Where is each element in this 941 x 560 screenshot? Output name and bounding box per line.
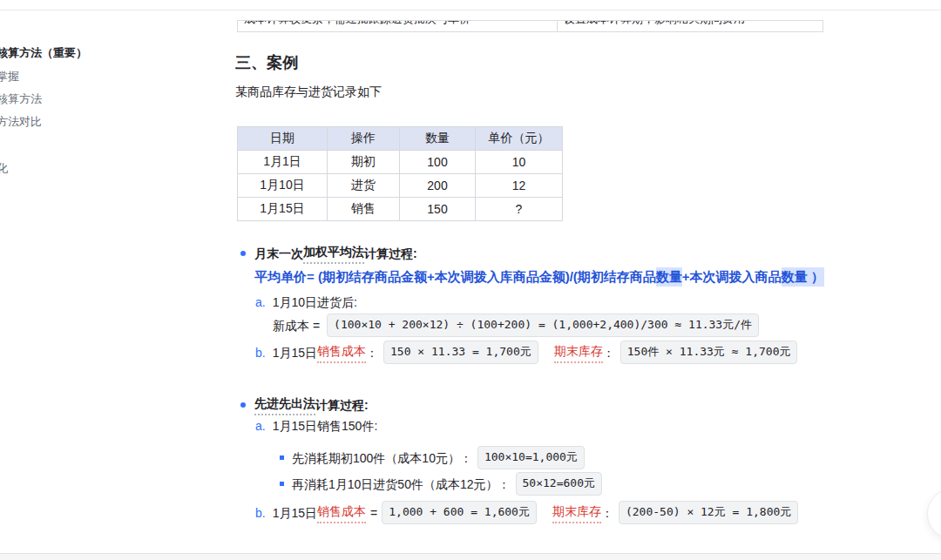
bullet-dot-icon (240, 251, 246, 256)
fifo-step-a-text: 1月15日销售150件: (273, 416, 378, 435)
col-header-op: 操作 (328, 127, 400, 151)
equals-sign: = (370, 503, 377, 523)
colon: ： (601, 503, 613, 523)
glossary-term-ending-inventory[interactable]: 期末库存 (552, 502, 601, 523)
cell-price: 10 (476, 151, 563, 174)
scrolled-table-row: 成本计算较复杂，需逐批跟踪进货批次与单价 设置成本计算期，影响相关期间费用 (237, 20, 823, 32)
toc-item-compare[interactable]: 方法对比 (0, 115, 42, 128)
formula-part: +本次调拨入商品 (682, 267, 782, 287)
table-row: 1月1日 期初 100 10 (238, 151, 563, 174)
fifo-sub2-text: 再消耗1月10日进货50件（成本12元）： (292, 475, 511, 494)
floating-action-button[interactable] (927, 489, 941, 539)
section-heading: 三、案例 (235, 52, 298, 73)
col-header-qty: 数量 (400, 127, 476, 151)
formula-highlight: 数量 ） (782, 267, 824, 287)
inventory-table: 日期 操作 数量 单价（元） 1月1日 期初 100 10 1月10日 进货 2… (237, 126, 563, 221)
inline-code: 1,000 + 600 = 1,600元 (382, 501, 537, 524)
formula-part: 平均单价= (期初结存商品金额+本次调拨入库商品金额)/(期初结存商品 (254, 267, 656, 287)
list-marker-b: b. (255, 503, 266, 523)
list-marker-b: b. (255, 343, 266, 362)
wa-new-cost-line: 新成本 = (100×10 + 200×12) ÷ (100+200) = (1… (273, 314, 759, 337)
glossary-term-cogs[interactable]: 销售成本 (317, 502, 366, 523)
method-title-prefix: 月末一次 (254, 244, 303, 263)
toc-item-accounting[interactable]: 核算方法 (0, 92, 42, 105)
table-row: 1月15日 销售 150 ? (238, 198, 563, 221)
fifo-title-suffix: 计算过程: (315, 395, 369, 415)
glossary-term-weighted-avg[interactable]: 加权平均法 (303, 242, 364, 264)
glossary-term-fifo[interactable]: 先进先出法 (254, 394, 315, 415)
intro-paragraph: 某商品库存与进货记录如下 (235, 83, 382, 100)
col-header-date: 日期 (238, 127, 328, 151)
cell-qty: 200 (400, 174, 476, 198)
formula-highlight: 数量 (656, 267, 682, 287)
toc-item-master[interactable]: 掌握 (0, 70, 19, 83)
list-marker-a: a. (255, 293, 266, 312)
glossary-term-cogs[interactable]: 销售成本 (317, 341, 366, 363)
fifo-sub-item-2: 再消耗1月10日进货50件（成本12元）： 50×12=600元 (280, 472, 602, 496)
toc-item-other[interactable]: 化 (0, 162, 8, 175)
top-divider (0, 10, 941, 10)
wa-step-a-text: 1月10日进货后: (273, 293, 357, 312)
bullet-square-icon (280, 455, 284, 460)
list-marker-a: a. (255, 416, 266, 435)
bullet-square-icon (280, 482, 284, 486)
cell-op: 销售 (328, 198, 400, 221)
cell-qty: 100 (400, 151, 476, 174)
bullet-dot-icon (240, 402, 246, 408)
document-page: 核算方法（重要） 掌握 核算方法 方法对比 化 成本计算较复杂，需逐批跟踪进货批… (0, 0, 941, 560)
cell-date: 1月10日 (238, 174, 328, 198)
fifo-step-b: b. 1月15日销售成本= 1,000 + 600 = 1,600元 期末库存：… (255, 501, 798, 524)
glossary-term-ending-inventory[interactable]: 期末库存 (554, 341, 603, 363)
fifo-sub-item-1: 先消耗期初100件（成本10元）： 100×10=1,000元 (280, 446, 585, 469)
colon: ： (603, 343, 615, 362)
col-header-price: 单价（元） (476, 127, 563, 151)
cell-date: 1月15日 (238, 198, 328, 221)
cell-price: ? (476, 198, 563, 221)
bottom-strip (0, 554, 941, 560)
fifo-sub1-text: 先消耗期初100件（成本10元）： (292, 449, 472, 468)
cell-price: 12 (476, 174, 563, 198)
colon: ： (366, 343, 378, 362)
fifo-step-b-date: 1月15日 (273, 503, 317, 523)
new-cost-label: 新成本 = (273, 316, 320, 335)
cell-date: 1月1日 (238, 151, 328, 174)
inline-code: (200-50) × 12元 = 1,800元 (619, 501, 798, 524)
inline-code: 50×12=600元 (516, 472, 602, 496)
inline-code: 150 × 11.33 = 1,700元 (383, 341, 538, 364)
fifo-step-a: a. 1月15日销售150件: (255, 416, 377, 435)
cell-qty: 150 (400, 198, 476, 221)
wa-step-b: b. 1月15日销售成本： 150 × 11.33 = 1,700元 期末库存：… (255, 341, 797, 364)
table-header-row: 日期 操作 数量 单价（元） (238, 127, 563, 151)
inline-code: 150件 × 11.33元 ≈ 1,700元 (620, 341, 798, 364)
table-row: 1月10日 进货 200 12 (238, 174, 563, 198)
wa-step-a: a. 1月10日进货后: (255, 293, 357, 312)
scrolled-cell-left: 成本计算较复杂，需逐批跟踪进货批次与单价 (238, 21, 558, 31)
method-title-suffix: 计算过程: (364, 244, 417, 263)
toc-item-methods[interactable]: 核算方法（重要） (0, 46, 87, 59)
scrolled-cell-right: 设置成本计算期，影响相关期间费用 (558, 21, 823, 31)
cell-op: 进货 (328, 174, 400, 198)
inline-code: (100×10 + 200×12) ÷ (100+200) = (1,000+2… (327, 314, 759, 337)
cell-op: 期初 (328, 151, 400, 174)
bullet-fifo-title: 先进先出法计算过程: (235, 394, 369, 415)
avg-price-formula: 平均单价= (期初结存商品金额+本次调拨入库商品金额)/(期初结存商品数量+本次… (254, 267, 824, 287)
inline-code: 100×10=1,000元 (477, 446, 585, 469)
bullet-weighted-avg-title: 月末一次加权平均法计算过程: (235, 242, 417, 264)
wa-step-b-date: 1月15日 (273, 343, 317, 362)
